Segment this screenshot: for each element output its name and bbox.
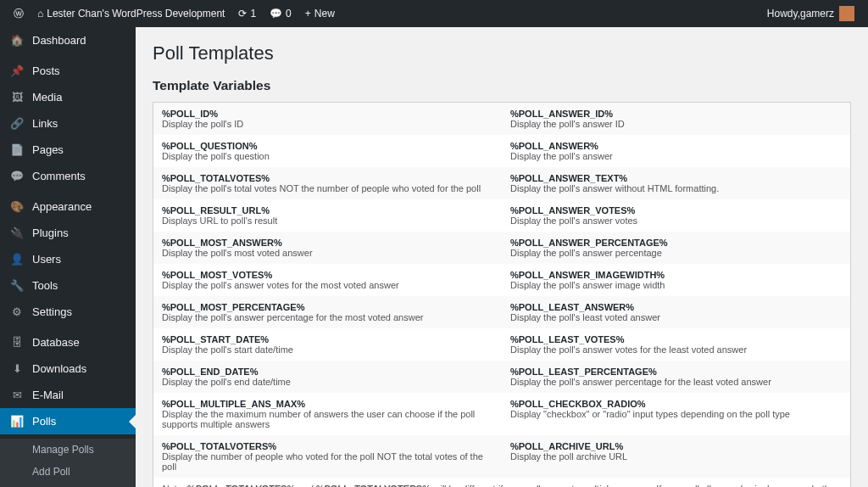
variable-name: %POLL_LEAST_PERCENTAGE%	[510, 367, 842, 377]
menu-icon: 🎨	[8, 200, 25, 213]
home-icon: ⌂	[37, 8, 43, 20]
menu-icon: 🏠	[8, 34, 25, 47]
variable-description: Display the poll's answer percentage for…	[510, 377, 842, 387]
menu-icon: 💬	[8, 170, 25, 182]
menu-icon: ⚙	[8, 305, 25, 318]
variable-description: Displays URL to poll's result	[162, 216, 493, 226]
wordpress-icon: ⓦ	[14, 7, 24, 21]
menu-item-downloads[interactable]: ⬇Downloads	[0, 355, 136, 382]
variable-name: %POLL_LEAST_VOTES%	[510, 334, 842, 344]
variable-description: Display the poll's end date/time	[162, 377, 493, 387]
menu-item-appearance[interactable]: 🎨Appearance	[0, 193, 136, 220]
variable-description: Display the poll's total votes NOT the n…	[162, 183, 493, 193]
variable-description: Display the poll's answer votes for the …	[162, 280, 493, 290]
table-row: %POLL_TOTALVOTES%Display the poll's tota…	[153, 167, 851, 199]
menu-item-tools[interactable]: 🔧Tools	[0, 272, 136, 299]
table-row: %POLL_TOTALVOTERS%Display the number of …	[153, 435, 851, 478]
updates-count: 1	[250, 8, 256, 20]
content-body: Poll Templates Template Variables %POLL_…	[136, 0, 868, 487]
menu-item-dashboard[interactable]: 🏠Dashboard	[0, 27, 136, 53]
variable-name: %POLL_ANSWER_PERCENTAGE%	[510, 238, 842, 248]
menu-label: Pages	[32, 143, 64, 156]
variable-description: Display the poll's answer percentage	[510, 248, 842, 258]
variable-name: %POLL_LEAST_ANSWER%	[510, 302, 842, 312]
menu-item-e-mail[interactable]: ✉E-Mail	[0, 382, 136, 408]
howdy-prefix: Howdy,	[767, 8, 800, 20]
menu-icon: ⬇	[8, 362, 25, 375]
menu-label: Polls	[32, 415, 56, 428]
variable-name: %POLL_MOST_ANSWER%	[162, 238, 493, 248]
variable-description: Display the poll's answer votes for the …	[510, 344, 842, 355]
polls-submenu: Manage PollsAdd PollPoll OptionsPoll Tem…	[0, 439, 136, 487]
new-label: New	[314, 8, 335, 20]
admin-toolbar: ⓦ ⌂Lester Chan's WordPress Development ⟳…	[0, 0, 868, 27]
menu-item-media[interactable]: 🖼Media	[0, 84, 136, 110]
wp-logo[interactable]: ⓦ	[7, 0, 31, 27]
new-content-link[interactable]: +New	[298, 0, 342, 27]
menu-label: Posts	[32, 64, 60, 77]
menu-label: Appearance	[32, 200, 92, 213]
updates-link[interactable]: ⟳1	[231, 0, 263, 27]
comment-icon: 💬	[270, 8, 282, 20]
variable-description: Display the poll's most voted answer	[162, 248, 493, 258]
menu-label: Dashboard	[32, 34, 86, 47]
comments-link[interactable]: 💬0	[263, 0, 298, 27]
menu-label: E-Mail	[32, 389, 64, 401]
variable-description: Display the poll's ID	[162, 119, 493, 129]
site-name-label: Lester Chan's WordPress Development	[47, 8, 225, 20]
variable-name: %POLL_ANSWER%	[510, 141, 842, 151]
menu-label: Plugins	[32, 227, 69, 239]
variable-description: Display the poll's answer votes	[510, 216, 842, 226]
menu-item-database[interactable]: 🗄Database	[0, 329, 136, 355]
menu-label: Users	[32, 253, 61, 266]
variable-description: Display the number of people who voted f…	[162, 451, 493, 472]
table-row: %POLL_MOST_VOTES%Display the poll's answ…	[153, 264, 851, 296]
menu-icon: ✉	[8, 389, 25, 401]
submenu-item-poll-options[interactable]: Poll Options	[0, 483, 136, 487]
menu-item-settings[interactable]: ⚙Settings	[0, 299, 136, 325]
variable-description: Display the the maximum number of answer…	[162, 409, 493, 429]
menu-icon: 🔗	[8, 117, 25, 130]
variable-name: %POLL_END_DATE%	[162, 367, 493, 377]
menu-icon: 📄	[8, 143, 25, 156]
variable-description: Display the poll archive URL	[510, 451, 842, 462]
variable-name: %POLL_ANSWER_VOTES%	[510, 205, 842, 216]
menu-label: Settings	[32, 305, 72, 318]
variable-description: Display the poll's answer percentage for…	[162, 312, 493, 322]
variable-description: Display "checkbox" or "radio" input type…	[510, 409, 842, 419]
menu-item-comments[interactable]: 💬Comments	[0, 163, 136, 189]
submenu-item-add-poll[interactable]: Add Poll	[0, 461, 136, 483]
table-row: %POLL_MOST_ANSWER%Display the poll's mos…	[153, 232, 851, 264]
submenu-item-manage-polls[interactable]: Manage Polls	[0, 439, 136, 461]
variable-name: %POLL_TOTALVOTES%	[162, 173, 493, 183]
variable-name: %POLL_MOST_PERCENTAGE%	[162, 302, 493, 312]
menu-item-plugins[interactable]: 🔌Plugins	[0, 220, 136, 246]
table-row: %POLL_QUESTION%Display the poll's questi…	[153, 135, 851, 167]
table-row: %POLL_ID%Display the poll's ID%POLL_ANSW…	[153, 103, 851, 136]
menu-label: Tools	[32, 279, 58, 292]
variable-description: Display the poll's start date/time	[162, 344, 493, 355]
menu-item-polls[interactable]: 📊Polls	[0, 408, 136, 434]
menu-item-links[interactable]: 🔗Links	[0, 110, 136, 137]
table-row: %POLL_END_DATE%Display the poll's end da…	[153, 361, 851, 393]
menu-label: Media	[32, 91, 62, 104]
table-row: %POLL_MULTIPLE_ANS_MAX%Display the the m…	[153, 393, 851, 435]
variable-name: %POLL_ANSWER_TEXT%	[510, 173, 842, 183]
my-account-link[interactable]: Howdy, gamerz	[760, 0, 861, 27]
site-name-link[interactable]: ⌂Lester Chan's WordPress Development	[31, 0, 231, 27]
menu-icon: 👤	[8, 253, 25, 266]
variable-name: %POLL_TOTALVOTERS%	[162, 441, 493, 451]
update-icon: ⟳	[238, 8, 247, 20]
variable-name: %POLL_ID%	[162, 109, 493, 119]
variable-description: Display the poll's least voted answer	[510, 312, 842, 322]
variable-description: Display the poll's answer image width	[510, 280, 842, 290]
menu-item-pages[interactable]: 📄Pages	[0, 137, 136, 163]
admin-sidebar: 🏠Dashboard📌Posts🖼Media🔗Links📄Pages💬Comme…	[0, 27, 136, 487]
page-title: Poll Templates	[153, 42, 851, 64]
menu-item-users[interactable]: 👤Users	[0, 246, 136, 272]
menu-item-posts[interactable]: 📌Posts	[0, 58, 136, 84]
variable-name: %POLL_MOST_VOTES%	[162, 270, 493, 280]
menu-icon: 🗄	[8, 336, 25, 349]
variable-description: Display the poll's answer	[510, 151, 842, 161]
variable-name: %POLL_ARCHIVE_URL%	[510, 441, 842, 451]
